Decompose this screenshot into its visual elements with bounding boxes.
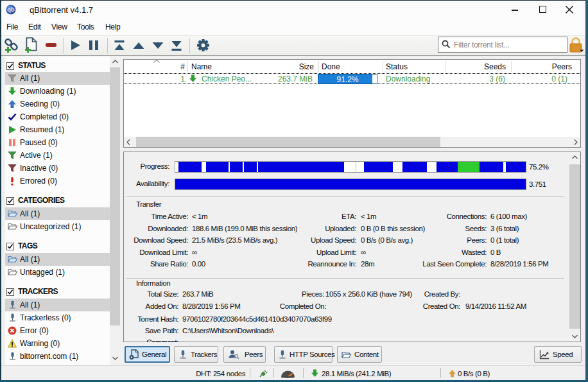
svg-text:qb: qb (7, 6, 15, 13)
